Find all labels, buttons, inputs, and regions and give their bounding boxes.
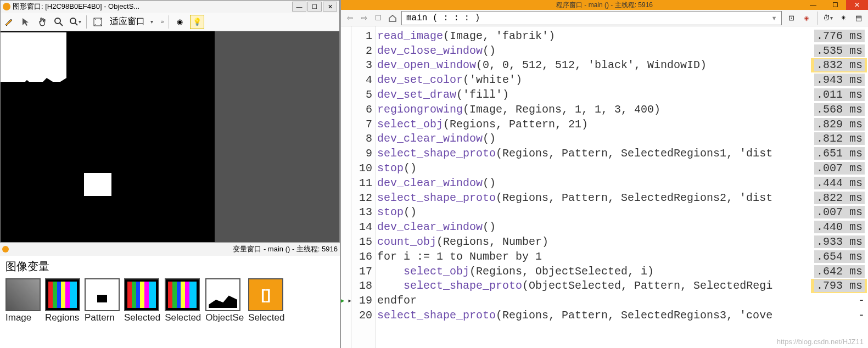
left-panel: 图形窗口: [H2C98B0EF4B0] - ObjectS... — ☐ ✕ … [0, 0, 340, 348]
windows-icon[interactable]: ☐ [373, 13, 384, 24]
program-title-text: 程序窗口 - main () - 主线程: 5916 [556, 1, 653, 10]
svg-point-0 [55, 18, 60, 24]
list-icon[interactable]: ▤ [853, 13, 865, 24]
graphics-toolbar: ▾ 适应窗口 ▾ » ◉ 💡 [1, 13, 339, 31]
thumb-regions[interactable]: Regions [45, 278, 80, 323]
watermark: https://blog.csdn.net/HJZ11 [777, 338, 864, 346]
region-shape-edge [1, 78, 66, 119]
graphics-title-text: 图形窗口: [H2C98B0EF4B0] - ObjectS... [13, 2, 139, 12]
graphics-window: 图形窗口: [H2C98B0EF4B0] - ObjectS... — ☐ ✕ … [0, 0, 340, 243]
maximize-button[interactable]: ☐ [824, 0, 846, 10]
home-icon[interactable] [387, 13, 398, 24]
thumb-image[interactable]: Image [5, 278, 41, 323]
fit-label[interactable]: 适应窗口 [110, 16, 145, 27]
program-title-bar[interactable]: 程序窗口 - main () - 主线程: 5916 — ☐ ✕ [341, 0, 868, 10]
more-dropdown[interactable]: » [161, 19, 164, 25]
app-icon [3, 3, 10, 10]
canvas-padding [215, 31, 339, 242]
minimize-button[interactable]: — [292, 2, 306, 12]
close-button[interactable]: ✕ [323, 2, 337, 12]
variable-panel: 图像变量 Image Regions Pattern Selected Sele… [0, 256, 340, 348]
thumbnail-row: Image Regions Pattern Selected Selected … [0, 275, 340, 327]
graphics-canvas[interactable] [1, 31, 215, 242]
image-vars-label: 图像变量 [0, 256, 340, 275]
toggle-icon-2[interactable]: ◈ [800, 13, 813, 24]
code-toolbar: ⇦ ⇨ ☐ main ( : : : )▾ ⊡ ◈ ⏱▾ ✴ ▤ [341, 10, 868, 26]
procedure-box[interactable]: main ( : : : )▾ [401, 11, 782, 25]
info-icon[interactable]: ◉ [173, 15, 187, 29]
fit-icon[interactable] [91, 15, 104, 29]
pointer-icon[interactable] [19, 15, 32, 29]
back-icon[interactable]: ⇦ [344, 13, 355, 24]
var-window-title-text: 变量窗口 - main () - 主线程: 5916 [233, 244, 338, 254]
timer-icon[interactable]: ⏱▾ [822, 13, 834, 24]
line-number-gutter[interactable]: 1234567891011121314151617181920 [352, 26, 376, 348]
code-area[interactable]: 1234567891011121314151617181920 read_ima… [341, 26, 868, 348]
variable-window-title[interactable]: 变量窗口 - main () - 主线程: 5916 [0, 243, 340, 256]
bulb-icon[interactable]: 💡 [190, 15, 204, 29]
zoom-dropdown-icon[interactable]: ▾ [69, 15, 82, 29]
forward-icon[interactable]: ⇨ [359, 13, 369, 24]
thumb-selected-3[interactable]: []Selected [248, 278, 284, 323]
thumb-objectselected[interactable]: ObjectSe [205, 278, 244, 323]
thumb-selected-2[interactable]: Selected [165, 278, 201, 323]
separator [86, 15, 87, 29]
fit-dropdown[interactable]: ▾ [150, 19, 153, 25]
minimize-button[interactable]: — [802, 0, 824, 10]
program-window: 程序窗口 - main () - 主线程: 5916 — ☐ ✕ ⇦ ⇨ ☐ m… [340, 0, 868, 348]
timing-column: .776 ms.535 ms.832 ms.943 ms.011 ms.568 … [811, 26, 868, 348]
code-lines[interactable]: read_image (Image, 'fabrik')dev_close_wi… [376, 26, 811, 348]
edit-icon[interactable] [3, 15, 16, 29]
wand-icon[interactable]: ✴ [837, 13, 849, 24]
hand-icon[interactable] [36, 15, 49, 29]
toggle-icon-1[interactable]: ⊡ [785, 13, 797, 24]
zoom-icon[interactable] [52, 15, 65, 29]
region-shape-2 [84, 173, 111, 196]
separator [169, 15, 169, 29]
graphics-title-bar[interactable]: 图形窗口: [H2C98B0EF4B0] - ObjectS... — ☐ ✕ [1, 1, 339, 13]
svg-point-2 [70, 18, 76, 24]
maximize-button[interactable]: ☐ [307, 2, 322, 12]
thumb-selected-1[interactable]: Selected [124, 278, 160, 323]
app-icon [2, 246, 9, 252]
svg-line-1 [60, 23, 63, 26]
thumb-pattern[interactable]: Pattern [85, 278, 120, 323]
close-button[interactable]: ✕ [846, 0, 868, 10]
svg-line-3 [75, 23, 77, 25]
region-shape [1, 32, 66, 82]
